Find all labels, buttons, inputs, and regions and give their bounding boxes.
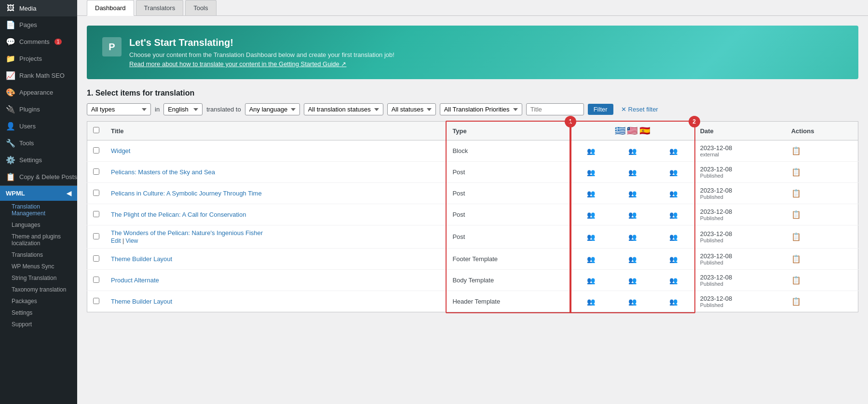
status-filter[interactable]: All statusesPublishedDraft [387, 103, 436, 115]
sidebar-item-pages[interactable]: 📄Pages [0, 16, 77, 33]
wpml-sub-settings-wpml[interactable]: Settings [0, 307, 77, 319]
row-7-action-icon[interactable]: 📋 [791, 276, 801, 284]
table-row: WidgetBlock👥👥👥2023-12-08external📋 [87, 140, 858, 162]
sidebar-item-copy-delete-posts[interactable]: 📋Copy & Delete Posts [0, 168, 77, 185]
sidebar-item-tools[interactable]: 🔧Tools [0, 135, 77, 152]
row-1-checkbox[interactable] [93, 147, 99, 153]
row-4-status: Published [700, 215, 780, 221]
row-2-title-text[interactable]: Pelicans: Masters of the Sky and Sea [111, 168, 215, 176]
translation-status-icon-8-1[interactable]: 👥 [628, 298, 637, 306]
row-6-checkbox[interactable] [93, 255, 99, 262]
sidebar-item-settings[interactable]: ⚙️Settings [0, 152, 77, 168]
wpml-sub-languages[interactable]: Languages [0, 219, 77, 231]
select-all-checkbox[interactable] [93, 127, 99, 133]
row-7-lang-1: 👥 [611, 270, 653, 291]
wpml-sub-packages[interactable]: Packages [0, 295, 77, 307]
row-6-type: Footer Template [447, 249, 570, 270]
translation-status-icon-7-0[interactable]: 👥 [587, 277, 595, 284]
sidebar-item-users[interactable]: 👤Users [0, 118, 77, 135]
row-1-lang-1: 👥 [611, 140, 653, 162]
sidebar-label-rank-math-seo: Rank Math SEO [19, 72, 65, 79]
row-3-lang-1: 👥 [611, 183, 653, 204]
wpml-sub-wp-menus-sync[interactable]: WP Menus Sync [0, 261, 77, 272]
sidebar-item-media[interactable]: 🖼Media [0, 0, 77, 16]
translation-status-icon-2-0[interactable]: 👥 [587, 168, 595, 176]
row-4-checkbox[interactable] [93, 211, 99, 217]
translation-status-icon-1-1[interactable]: 👥 [628, 147, 637, 155]
row-3-title-text[interactable]: Pelicans in Culture: A Symbolic Journey … [111, 190, 262, 197]
wpml-header[interactable]: WPML◀ [0, 186, 77, 201]
translation-status-icon-3-1[interactable]: 👥 [628, 190, 637, 197]
translation-status-icon-1-0[interactable]: 👥 [587, 147, 595, 155]
row-1-date: 2023-12-08external [694, 140, 786, 162]
translation-status-icon-7-2[interactable]: 👥 [669, 277, 678, 284]
sidebar-item-projects[interactable]: 📁Projects [0, 50, 77, 67]
row-6-action-icon[interactable]: 📋 [791, 255, 801, 263]
row-3-action-icon[interactable]: 📋 [791, 189, 801, 197]
row-1-title-text[interactable]: Widget [111, 147, 130, 154]
wpml-sub-support[interactable]: Support [0, 319, 77, 330]
row-5-title: The Wonders of the Pelican: Nature's Ing… [105, 225, 447, 249]
row-5-action-icon[interactable]: 📋 [791, 233, 801, 241]
translation-status-icon-6-1[interactable]: 👥 [628, 255, 637, 263]
row-2-action-icon[interactable]: 📋 [791, 168, 801, 176]
sidebar-item-plugins[interactable]: 🔌Plugins [0, 101, 77, 118]
translation-status-icon-2-1[interactable]: 👥 [628, 168, 637, 176]
row-5-view-link[interactable]: View [125, 237, 138, 244]
row-2-checkbox[interactable] [93, 168, 99, 175]
any-language-filter[interactable]: Any languageGreekSpanish [245, 103, 300, 115]
row-3-checkbox[interactable] [93, 190, 99, 196]
sidebar-item-appearance[interactable]: 🎨Appearance [0, 84, 77, 101]
translation-status-icon-1-2[interactable]: 👥 [669, 147, 678, 155]
tab-tools[interactable]: Tools [185, 0, 216, 15]
wpml-sub-taxonomy-translation[interactable]: Taxonomy translation [0, 284, 77, 295]
priority-filter[interactable]: All Translation PrioritiesNormalHigh [440, 103, 522, 115]
translation-status-icon-4-0[interactable]: 👥 [587, 211, 595, 219]
translation-status-icon-5-1[interactable]: 👥 [628, 233, 637, 241]
row-2-checkbox-cell [87, 162, 106, 183]
sidebar-item-comments[interactable]: 💬Comments1 [0, 33, 77, 50]
wpml-sub-translations[interactable]: Translations [0, 249, 77, 261]
row-1-action-icon[interactable]: 📋 [791, 147, 801, 155]
reset-filter-button[interactable]: ✕ Reset filter [617, 104, 662, 115]
tab-translators[interactable]: Translators [136, 0, 184, 15]
translation-status-icon-3-2[interactable]: 👥 [669, 190, 678, 197]
translation-status-icon-8-2[interactable]: 👥 [669, 298, 678, 306]
row-1-type: Block [447, 140, 570, 162]
row-7-title-text[interactable]: Product Alternate [111, 277, 159, 284]
translation-status-icon-6-2[interactable]: 👥 [669, 255, 678, 263]
wpml-sub-string-translation[interactable]: String Translation [0, 272, 77, 284]
wpml-sub-translation-management[interactable]: Translation Management [0, 201, 77, 219]
row-8-title-text[interactable]: Theme Builder Layout [111, 298, 172, 305]
translation-status-filter[interactable]: All translation statusesNot translatedIn… [304, 103, 383, 115]
row-5-checkbox[interactable] [93, 233, 99, 239]
row-6-title-text[interactable]: Theme Builder Layout [111, 255, 172, 263]
translation-status-icon-7-1[interactable]: 👥 [628, 277, 637, 284]
row-4-action-icon[interactable]: 📋 [791, 210, 801, 219]
translation-status-icon-4-2[interactable]: 👥 [669, 211, 678, 219]
row-5-edit-link[interactable]: Edit [111, 237, 121, 244]
translation-status-icon-5-2[interactable]: 👥 [669, 233, 678, 241]
row-1-actions: 📋 [786, 140, 858, 162]
language-filter[interactable]: EnglishGreekSpanish [163, 103, 203, 115]
title-filter-input[interactable] [526, 103, 584, 115]
row-4-title-text[interactable]: The Plight of the Pelican: A Call for Co… [111, 211, 246, 218]
type-filter[interactable]: All typesPostPageBlockFooter TemplateBod… [87, 103, 151, 115]
translation-status-icon-2-2[interactable]: 👥 [669, 168, 678, 176]
tab-dashboard[interactable]: Dashboard [87, 0, 134, 16]
banner-link[interactable]: Read more about how to translate your co… [129, 60, 346, 68]
row-5-title-text[interactable]: The Wonders of the Pelican: Nature's Ing… [111, 229, 263, 237]
translation-status-icon-4-1[interactable]: 👥 [628, 211, 637, 219]
translation-status-icon-6-0[interactable]: 👥 [587, 255, 595, 263]
row-8-action-icon[interactable]: 📋 [791, 297, 801, 306]
settings-icon: ⚙️ [6, 155, 15, 165]
filter-button[interactable]: Filter [588, 104, 613, 115]
translation-status-icon-3-0[interactable]: 👥 [587, 190, 595, 197]
sidebar-item-rank-math-seo[interactable]: 📈Rank Math SEO [0, 67, 77, 84]
row-8-checkbox[interactable] [93, 298, 99, 304]
row-7-checkbox[interactable] [93, 277, 99, 283]
translation-status-icon-5-0[interactable]: 👥 [587, 233, 595, 241]
filter-bar: All typesPostPageBlockFooter TemplateBod… [77, 103, 868, 121]
wpml-sub-theme-plugins-localization[interactable]: Theme and plugins localization [0, 231, 77, 249]
translation-status-icon-8-0[interactable]: 👥 [587, 298, 595, 306]
